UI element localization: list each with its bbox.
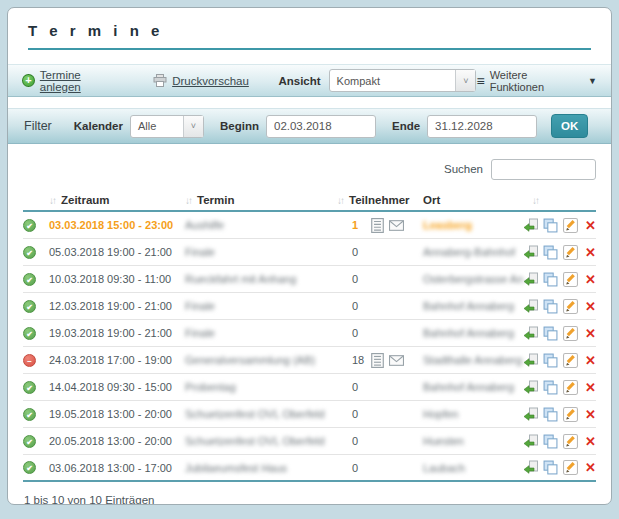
copy-appointment-icon[interactable] [543, 326, 558, 341]
table-row: ✔ 03.03.2018 15:00 - 23:00 Aushilfe 1 [23, 212, 596, 239]
status-icon: ✔ [23, 246, 36, 259]
caret-down-icon: ▼ [588, 76, 597, 86]
zeitraum-value: 05.03.2018 19:00 - 21:00 [49, 246, 172, 258]
search-input[interactable] [491, 159, 596, 180]
column-header-zeitraum[interactable]: Zeitraum [61, 194, 110, 206]
begin-date-input[interactable] [266, 115, 376, 138]
delete-appointment-icon[interactable]: ✕ [583, 380, 598, 395]
calendar-select[interactable]: Alle ˅ [130, 115, 204, 138]
column-header-ort[interactable]: Ort [423, 194, 440, 206]
ort-value-redacted: Bahnhof Annaberg [423, 381, 514, 393]
column-header-termin[interactable]: Termin [197, 194, 235, 206]
calendar-select-value: Alle [131, 116, 183, 137]
export-appointment-icon[interactable] [523, 245, 538, 260]
email-icon[interactable] [389, 218, 404, 233]
more-functions-label: Weitere Funktionen [490, 69, 583, 93]
export-appointment-icon[interactable] [523, 218, 538, 233]
table-row: ✔ 12.03.2018 19:00 - 21:00 Finale 0 [23, 293, 596, 320]
delete-appointment-icon[interactable]: ✕ [583, 353, 598, 368]
teilnehmer-count: 0 [352, 408, 368, 420]
zeitraum-value: 14.04.2018 09:30 - 15:00 [49, 381, 172, 393]
copy-appointment-icon[interactable] [543, 299, 558, 314]
teilnehmer-count: 0 [352, 462, 368, 474]
export-appointment-icon[interactable] [523, 353, 538, 368]
view-select[interactable]: Kompakt ˅ [329, 69, 477, 92]
ok-button[interactable]: OK [551, 114, 588, 138]
termin-value-redacted: Finale [185, 246, 215, 258]
view-label: Ansicht [278, 75, 320, 87]
zeitraum-value: 03.03.2018 15:00 - 23:00 [49, 219, 173, 231]
print-preview-button[interactable]: Druckvorschau [153, 74, 249, 87]
teilnehmer-count: 0 [352, 273, 368, 285]
sort-icon[interactable]: ↓↑ [185, 195, 191, 206]
zeitraum-value: 20.05.2018 13:00 - 20:00 [49, 435, 172, 447]
chevron-down-icon: ˅ [455, 70, 475, 91]
table-row: ✔ 19.03.2018 19:00 - 21:00 Finale 0 [23, 320, 596, 347]
copy-appointment-icon[interactable] [543, 272, 558, 287]
edit-appointment-icon[interactable] [563, 380, 578, 395]
delete-appointment-icon[interactable]: ✕ [583, 326, 598, 341]
edit-appointment-icon[interactable] [563, 299, 578, 314]
copy-appointment-icon[interactable] [543, 218, 558, 233]
copy-appointment-icon[interactable] [543, 380, 558, 395]
sort-icon[interactable]: ↓↑ [532, 195, 538, 206]
edit-appointment-icon[interactable] [563, 434, 578, 449]
edit-appointment-icon[interactable] [563, 407, 578, 422]
edit-appointment-icon[interactable] [563, 353, 578, 368]
edit-appointment-icon[interactable] [563, 326, 578, 341]
more-functions-button[interactable]: ≡ Weitere Funktionen ▼ [476, 69, 597, 93]
export-appointment-icon[interactable] [523, 272, 538, 287]
sort-icon[interactable]: ↓↑ [337, 195, 343, 206]
table-header: ↓↑ Zeitraum ↓↑ Termin ↓↑ Teilnehmer Ort … [23, 190, 596, 212]
delete-appointment-icon[interactable]: ✕ [583, 218, 598, 233]
plus-icon: + [22, 74, 35, 87]
sort-icon[interactable]: ↓↑ [49, 195, 55, 206]
export-appointment-icon[interactable] [523, 299, 538, 314]
table-row: ✔ 03.06.2018 13:00 - 17:00 Jubilaeumsfes… [23, 455, 596, 482]
search-label: Suchen [444, 163, 483, 175]
ort-value-redacted: Leasberg [423, 219, 472, 231]
column-header-teilnehmer[interactable]: Teilnehmer [349, 194, 410, 206]
table-row: ✔ 10.03.2018 09:30 - 11:00 Rueckfahrt mi… [23, 266, 596, 293]
ort-value-redacted: Laubach [423, 462, 465, 474]
copy-appointment-icon[interactable] [543, 245, 558, 260]
participant-list-icon[interactable] [370, 218, 385, 233]
ort-value-redacted: Stadthalle Annaberg [423, 354, 522, 366]
filter-title: Filter [24, 119, 52, 133]
table-body: ✔ 03.03.2018 15:00 - 23:00 Aushilfe 1 [23, 212, 596, 482]
copy-appointment-icon[interactable] [543, 460, 558, 475]
termin-value-redacted: Schuetzenfest OVL Oberfeld [185, 435, 325, 447]
status-icon: ✔ [23, 461, 36, 474]
appointments-table: ↓↑ Zeitraum ↓↑ Termin ↓↑ Teilnehmer Ort … [23, 190, 596, 482]
email-icon[interactable] [389, 353, 404, 368]
copy-appointment-icon[interactable] [543, 353, 558, 368]
termin-value-redacted: Schuetzenfest OVL Oberfeld [185, 408, 325, 420]
delete-appointment-icon[interactable]: ✕ [583, 299, 598, 314]
export-appointment-icon[interactable] [523, 460, 538, 475]
create-appointment-button[interactable]: + Termine anlegen [22, 69, 124, 93]
export-appointment-icon[interactable] [523, 326, 538, 341]
table-row: ✔ 05.03.2018 19:00 - 21:00 Finale 0 [23, 239, 596, 266]
table-row: ✔ 14.04.2018 09:30 - 15:00 Probentag 0 [23, 374, 596, 401]
delete-appointment-icon[interactable]: ✕ [583, 407, 598, 422]
end-label: Ende [392, 120, 420, 132]
copy-appointment-icon[interactable] [543, 407, 558, 422]
edit-appointment-icon[interactable] [563, 245, 578, 260]
delete-appointment-icon[interactable]: ✕ [583, 434, 598, 449]
teilnehmer-count: 1 [352, 219, 368, 231]
export-appointment-icon[interactable] [523, 434, 538, 449]
delete-appointment-icon[interactable]: ✕ [583, 460, 598, 475]
view-select-value: Kompakt [330, 70, 456, 91]
edit-appointment-icon[interactable] [563, 218, 578, 233]
edit-appointment-icon[interactable] [563, 272, 578, 287]
participant-list-icon[interactable] [370, 353, 385, 368]
edit-appointment-icon[interactable] [563, 460, 578, 475]
copy-appointment-icon[interactable] [543, 434, 558, 449]
termin-value-redacted: Finale [185, 327, 215, 339]
end-date-input[interactable] [427, 115, 537, 138]
export-appointment-icon[interactable] [523, 380, 538, 395]
export-appointment-icon[interactable] [523, 407, 538, 422]
delete-appointment-icon[interactable]: ✕ [583, 272, 598, 287]
delete-appointment-icon[interactable]: ✕ [583, 245, 598, 260]
ort-value-redacted: Hopfen [423, 408, 458, 420]
